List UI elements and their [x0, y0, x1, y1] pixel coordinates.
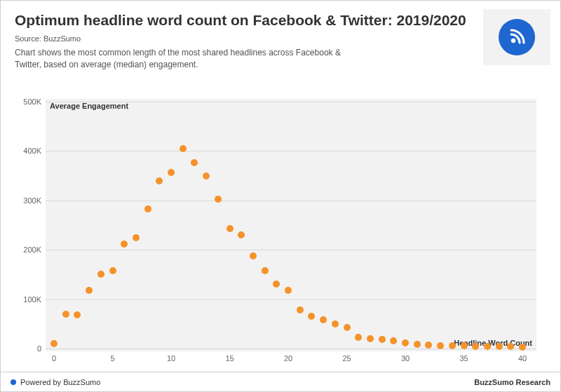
grid-line [46, 201, 536, 201]
data-point [414, 341, 421, 348]
data-point [273, 281, 280, 288]
y-tick-label: 300K [23, 196, 41, 205]
data-point [332, 320, 339, 327]
data-point [227, 225, 234, 232]
rss-icon [499, 19, 535, 55]
svg-point-0 [511, 39, 515, 43]
y-tick-label: 400K [23, 147, 41, 155]
bullet-icon [11, 379, 16, 385]
chart-source: Source: BuzzSumo [15, 34, 546, 43]
x-tick-label: 25 [342, 354, 351, 363]
x-tick-label: 30 [401, 354, 410, 363]
x-tick-label: 35 [459, 354, 468, 363]
data-point [121, 241, 128, 248]
data-point [133, 234, 140, 241]
chart-footer: Powered by BuzzSumo BuzzSumo Research [1, 372, 560, 391]
data-point [390, 337, 397, 344]
data-point [168, 169, 175, 176]
data-point [203, 173, 210, 180]
data-point [215, 196, 222, 203]
data-point [238, 231, 245, 238]
y-tick-label: 200K [23, 245, 41, 254]
x-tick-label: 5 [110, 354, 114, 363]
data-point [496, 343, 503, 350]
data-point [461, 342, 468, 349]
data-point [109, 267, 116, 274]
data-point [472, 343, 479, 350]
data-point [519, 344, 526, 351]
footer-left: Powered by BuzzSumo [11, 378, 100, 386]
x-tick-label: 40 [518, 354, 527, 363]
y-axis-label: Average Engagement [50, 102, 128, 110]
data-point [437, 342, 444, 349]
data-point [507, 343, 514, 350]
data-point [50, 340, 58, 347]
data-point [74, 311, 81, 318]
data-point [191, 159, 198, 166]
x-tick-label: 20 [284, 354, 292, 363]
footer-brand: BuzzSumo Research [474, 378, 550, 386]
data-point [484, 343, 491, 350]
x-tick-label: 0 [52, 354, 56, 363]
data-point [402, 339, 409, 346]
data-point [156, 177, 163, 184]
data-point [367, 335, 374, 342]
data-point [297, 306, 304, 313]
data-point [308, 313, 315, 320]
brand-logo-box [483, 9, 550, 65]
data-point [62, 311, 69, 318]
data-point [86, 287, 93, 294]
data-point [344, 324, 351, 331]
grid-line [46, 250, 536, 250]
data-point [449, 342, 456, 349]
data-point [285, 287, 292, 294]
chart-header: Optimum headline word count on Facebook … [1, 1, 560, 76]
x-tick-label: 10 [167, 354, 175, 363]
chart-title: Optimum headline word count on Facebook … [15, 12, 546, 29]
data-point [425, 342, 432, 349]
grid-line [46, 151, 536, 151]
data-point [379, 336, 386, 343]
data-point [262, 267, 269, 274]
y-tick-label: 0 [37, 344, 41, 353]
chart-subtitle: Chart shows the most common length of th… [15, 47, 351, 71]
data-point [320, 316, 327, 323]
data-point [180, 145, 187, 152]
y-tick-label: 100K [23, 295, 41, 304]
data-point [97, 271, 104, 278]
data-point [355, 334, 362, 341]
data-point [250, 252, 257, 259]
y-tick-label: 500K [23, 97, 41, 106]
grid-line [46, 299, 536, 300]
footer-powered-by: Powered by BuzzSumo [20, 378, 100, 386]
chart-card: Optimum headline word count on Facebook … [0, 0, 561, 392]
plot-area: Average Engagement Headline Word Count 0… [46, 99, 536, 351]
grid-line [46, 102, 536, 102]
data-point [144, 205, 151, 212]
x-tick-label: 15 [225, 354, 234, 363]
